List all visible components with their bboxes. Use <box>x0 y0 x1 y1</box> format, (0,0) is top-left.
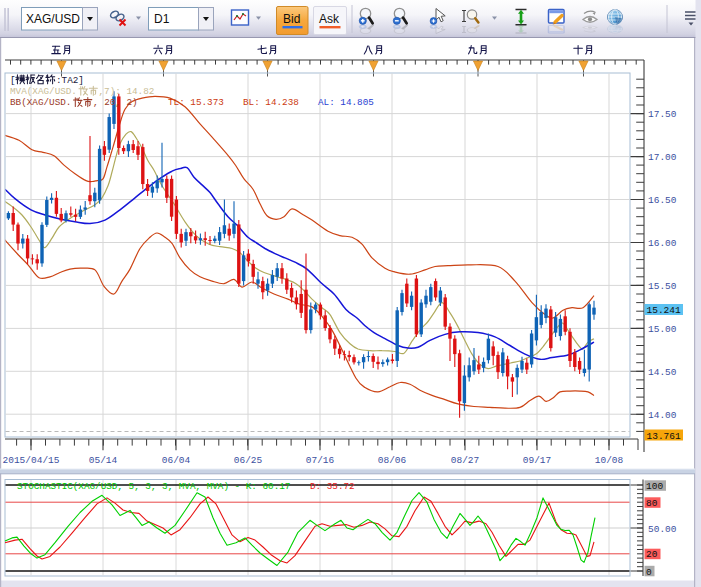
svg-text:TL: 15.373: TL: 15.373 <box>168 97 224 108</box>
svg-text:0: 0 <box>646 567 652 578</box>
svg-text:15.00: 15.00 <box>648 324 677 335</box>
svg-text:16.50: 16.50 <box>648 195 677 206</box>
svg-text:16.00: 16.00 <box>648 238 677 249</box>
svg-text:20: 20 <box>646 549 658 560</box>
svg-text:50.00: 50.00 <box>648 524 677 535</box>
svg-text:2015/04/15: 2015/04/15 <box>2 455 59 466</box>
svg-text::TA2]: :TA2] <box>56 75 84 86</box>
svg-text:17.50: 17.50 <box>648 109 677 120</box>
svg-text:BB(XAG/USD.: BB(XAG/USD. <box>10 97 71 108</box>
svg-text:10/08: 10/08 <box>595 455 624 466</box>
svg-text:09/17: 09/17 <box>523 455 552 466</box>
svg-text:STOCHASTIC(XAG/USD, 5, 3, 3, M: STOCHASTIC(XAG/USD, 5, 3, 3, MVA, MVA) -… <box>17 481 290 492</box>
svg-text:100: 100 <box>646 481 663 492</box>
svg-text:D: 35.72: D: 35.72 <box>310 481 355 492</box>
svg-text:MVA(XAG/USD.: MVA(XAG/USD. <box>10 86 77 97</box>
svg-text:05/14: 05/14 <box>89 455 118 466</box>
svg-text:D1: D1 <box>154 12 170 26</box>
svg-text:06/04: 06/04 <box>162 455 191 466</box>
svg-text:14.00: 14.00 <box>648 410 677 421</box>
svg-text:[: [ <box>10 75 16 86</box>
svg-text:80: 80 <box>646 498 658 509</box>
svg-text:08/27: 08/27 <box>451 455 480 466</box>
svg-text:08/06: 08/06 <box>378 455 407 466</box>
svg-text:,7): 14.82: ,7): 14.82 <box>99 86 155 97</box>
svg-text:Bid: Bid <box>283 12 300 26</box>
svg-text:14.50: 14.50 <box>648 367 677 378</box>
svg-text:07/16: 07/16 <box>306 455 335 466</box>
svg-text:XAG/USD: XAG/USD <box>26 12 80 26</box>
svg-text:17.00: 17.00 <box>648 152 677 163</box>
svg-text:06/25: 06/25 <box>234 455 263 466</box>
svg-text:BL: 14.238: BL: 14.238 <box>243 97 299 108</box>
svg-text:, 20, 2): , 20, 2) <box>93 97 138 108</box>
svg-text:15.50: 15.50 <box>648 281 677 292</box>
svg-text:15.241: 15.241 <box>647 305 682 316</box>
svg-text:13.761: 13.761 <box>647 431 682 442</box>
svg-text:AL: 14.805: AL: 14.805 <box>318 97 374 108</box>
svg-text:Ask: Ask <box>319 12 340 26</box>
